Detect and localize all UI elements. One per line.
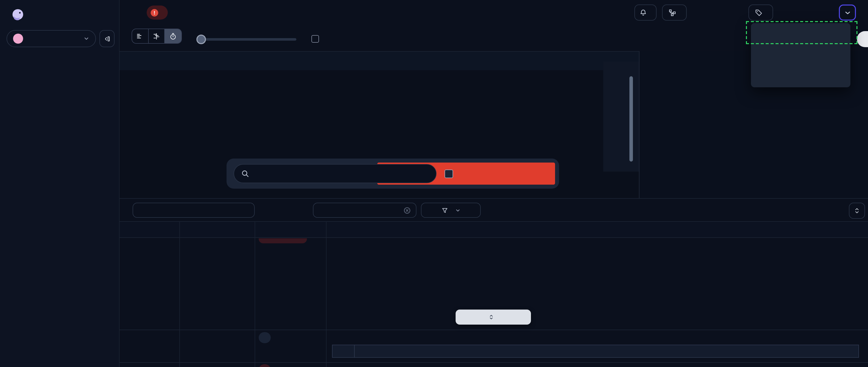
gantt-zoom-handle[interactable] xyxy=(196,35,206,44)
gantt-vertical-scrollbar[interactable] xyxy=(629,76,633,162)
run-actions-menu-button[interactable] xyxy=(839,4,856,21)
event-type-badge xyxy=(259,364,271,367)
gantt-filter-overlay xyxy=(226,159,559,189)
run-status-badge: ! xyxy=(147,5,168,20)
chevron-down-icon xyxy=(844,9,851,16)
event-type-badge xyxy=(259,332,271,343)
bell-icon xyxy=(640,9,647,16)
stopwatch-icon xyxy=(169,32,177,40)
sidebar xyxy=(0,0,120,367)
log-table-header xyxy=(120,221,868,238)
gantt-zoom-slider[interactable] xyxy=(197,38,297,41)
notifications-button[interactable] xyxy=(634,4,656,21)
divider xyxy=(326,221,327,367)
deployment-avatar xyxy=(13,34,23,44)
log-tabs xyxy=(133,203,255,218)
reexecute-button-partial[interactable] xyxy=(857,31,868,47)
tag-icon xyxy=(755,9,763,16)
brand[interactable] xyxy=(11,8,35,22)
deployment-selector[interactable] xyxy=(6,30,96,47)
gantt-view-mode-control xyxy=(132,29,182,44)
view-flat-button[interactable] xyxy=(132,29,149,43)
summarize-highlight-box xyxy=(746,21,858,44)
view-full-message-button[interactable] xyxy=(456,309,531,325)
event-type-badge-partial xyxy=(259,238,307,243)
divider xyxy=(120,198,868,199)
view-asset-lineage-button[interactable] xyxy=(662,4,687,21)
divider xyxy=(255,221,255,367)
chevron-down-icon xyxy=(455,207,460,213)
event-log-table xyxy=(120,221,868,367)
lineage-icon xyxy=(669,9,676,16)
dagster-run-page: ! #bell-btn{left:1263px !important;} #ta… xyxy=(0,0,868,367)
divider xyxy=(120,330,868,330)
gantt-scroll-panel xyxy=(603,62,639,172)
view-tags-and-config-button[interactable] xyxy=(748,4,773,21)
collapse-icon xyxy=(103,35,111,42)
chevron-down-icon xyxy=(83,36,89,42)
event-metadata-table xyxy=(332,345,859,358)
hide-unselected-checkbox[interactable] xyxy=(444,169,453,178)
clear-filter-icon[interactable] xyxy=(403,206,411,214)
step-search-input[interactable] xyxy=(234,164,436,183)
log-filter-input[interactable] xyxy=(313,203,416,218)
search-icon xyxy=(241,170,249,177)
expand-log-panel-button[interactable] xyxy=(849,203,865,219)
hide-not-started-checkbox[interactable] xyxy=(311,35,319,43)
error-circle-icon: ! xyxy=(151,9,158,16)
divider xyxy=(120,362,868,363)
waterfall-icon xyxy=(153,32,160,40)
updown-chevrons-icon xyxy=(854,207,861,214)
flat-list-icon xyxy=(136,32,144,40)
log-levels-dropdown[interactable] xyxy=(421,203,481,218)
view-timed-button[interactable] xyxy=(165,29,181,43)
view-waterfall-button[interactable] xyxy=(149,29,165,43)
updown-chevrons-icon xyxy=(488,314,494,320)
dagster-logo-icon xyxy=(11,8,25,22)
gantt-time-axis xyxy=(120,51,639,70)
funnel-icon xyxy=(441,207,448,213)
divider xyxy=(179,221,180,367)
collapse-sidebar-button[interactable] xyxy=(99,30,115,47)
meta-key xyxy=(333,345,354,357)
hide-not-started-control xyxy=(311,35,323,43)
